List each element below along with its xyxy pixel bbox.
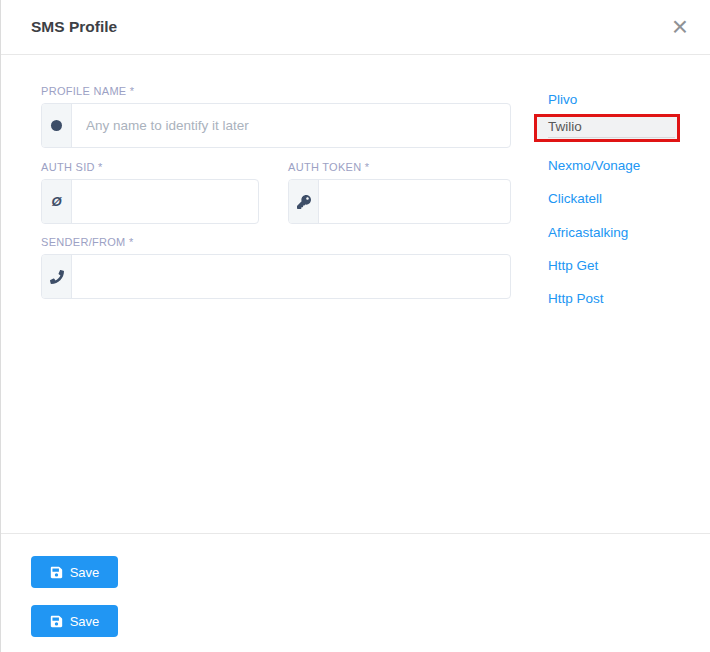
save-button[interactable]: Save: [31, 556, 118, 588]
field-profile-name: PROFILE NAME *: [41, 85, 511, 148]
provider-label: Clickatell: [548, 191, 602, 206]
auth-token-label: AUTH TOKEN *: [288, 161, 511, 173]
sms-profile-modal: SMS Profile × PROFILE NAME * AUTH SID * …: [0, 0, 710, 652]
auth-token-input[interactable]: [319, 180, 511, 223]
field-auth-token: AUTH TOKEN *: [288, 161, 511, 224]
sender-from-label: SENDER/FROM *: [41, 236, 511, 248]
footer-divider: [1, 533, 710, 534]
save-icon: [50, 566, 63, 579]
field-auth-sid: AUTH SID * Ø: [41, 161, 259, 224]
field-sender-from: SENDER/FROM *: [41, 236, 511, 299]
profile-name-label: PROFILE NAME *: [41, 85, 511, 97]
provider-label: Africastalking: [548, 225, 628, 240]
save-button-secondary[interactable]: Save: [31, 605, 118, 637]
provider-item-africastalking[interactable]: Africastalking: [548, 225, 628, 240]
provider-label: Http Post: [548, 291, 604, 306]
sid-slashed-circle-icon: Ø: [42, 180, 72, 223]
auth-sid-input[interactable]: [72, 180, 259, 223]
provider-item-plivo[interactable]: Plivo: [548, 92, 577, 107]
phone-icon: [42, 255, 72, 298]
key-icon: [289, 180, 319, 223]
provider-item-nexmo-vonage[interactable]: Nexmo/Vonage: [548, 158, 640, 173]
provider-label: Http Get: [548, 258, 598, 273]
circle-icon: [42, 104, 72, 147]
save-button-label: Save: [70, 565, 100, 580]
provider-item-http-post[interactable]: Http Post: [548, 291, 604, 306]
provider-item-twilio[interactable]: Twilio: [534, 114, 680, 142]
sender-from-input[interactable]: [72, 255, 510, 298]
provider-label: Nexmo/Vonage: [548, 158, 640, 173]
provider-label: Twilio: [548, 117, 675, 138]
modal-title: SMS Profile: [31, 18, 117, 36]
auth-sid-label: AUTH SID *: [41, 161, 259, 173]
provider-item-http-get[interactable]: Http Get: [548, 258, 598, 273]
provider-list: PlivoTwilioNexmo/VonageClickatellAfricas…: [534, 0, 680, 340]
provider-label: Plivo: [548, 92, 577, 107]
provider-item-clickatell[interactable]: Clickatell: [548, 191, 602, 206]
profile-name-input[interactable]: [72, 104, 510, 147]
save-icon: [50, 615, 63, 628]
save-button-label: Save: [70, 614, 100, 629]
